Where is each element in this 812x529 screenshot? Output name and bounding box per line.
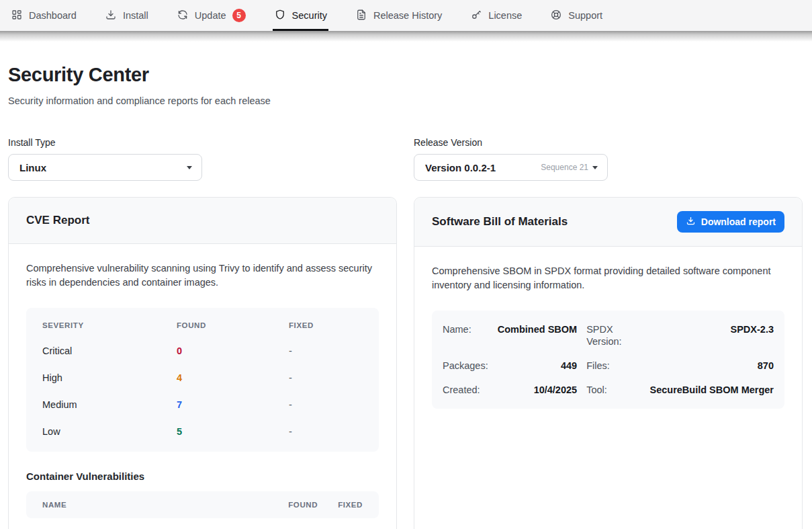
sbom-detail-value: 10/4/2025 [498, 378, 577, 402]
nav-label: Support [568, 10, 602, 21]
column-header-fixed: Fixed [289, 321, 363, 329]
nav-item-license[interactable]: License [470, 0, 522, 31]
severity-label: Medium [42, 399, 177, 410]
sbom-detail-label: Name: [443, 317, 488, 354]
found-count: 7 [177, 399, 289, 410]
found-count: 4 [177, 372, 289, 383]
install-type-select[interactable]: Linux [8, 154, 202, 181]
column-header-name: Name [42, 501, 288, 509]
nav-item-update[interactable]: Update 5 [177, 0, 246, 31]
refresh-icon [177, 9, 189, 23]
table-row-medium: Medium 7 - [26, 391, 379, 418]
cve-report-card: CVE Report Comprehensive vulnerability s… [8, 197, 397, 529]
sbom-detail-value: 870 [649, 354, 774, 378]
key-icon [470, 9, 482, 23]
lifebuoy-icon [550, 9, 562, 23]
sbom-detail-label: SPDX Version: [586, 317, 640, 354]
nav-item-release-history[interactable]: Release History [355, 0, 442, 31]
cve-report-description: Comprehensive vulnerability scanning usi… [26, 261, 375, 290]
column-header-severity: Severity [42, 321, 177, 329]
sbom-header: Software Bill of Materials Download repo… [414, 198, 802, 247]
chevron-down-icon [187, 166, 192, 169]
found-count: 5 [177, 426, 289, 437]
sbom-detail-value: SecureBuild SBOM Merger [649, 378, 774, 402]
severity-label: Low [42, 426, 177, 437]
severity-label: High [42, 372, 177, 383]
fixed-count: - [289, 372, 363, 383]
scroll-shadow-divider [0, 31, 812, 42]
sbom-detail-label: Created: [443, 378, 488, 402]
sbom-detail-label: Files: [586, 354, 640, 378]
download-icon [686, 216, 696, 228]
nav-label: Security [292, 10, 327, 21]
release-version-filter: Release Version Version 0.0.2-1 Sequence… [414, 137, 803, 181]
container-vulnerabilities-header: Name Found Fixed [26, 491, 379, 518]
table-row-critical: Critical 0 - [26, 337, 379, 364]
main-content: Security Center Security information and… [0, 64, 812, 529]
download-report-label: Download report [701, 216, 776, 227]
shield-icon [274, 9, 286, 23]
severity-table: Severity Found Fixed Critical 0 - High 4… [26, 308, 379, 452]
release-sequence: Sequence 21 [541, 163, 588, 172]
cve-report-title: CVE Report [26, 214, 89, 227]
table-row-low: Low 5 - [26, 418, 379, 445]
dashboard-grid-icon [11, 9, 23, 23]
fixed-count: - [289, 399, 363, 410]
sbom-description: Comprehensive SBOM in SPDX format provid… [432, 264, 781, 293]
update-count-badge: 5 [232, 9, 246, 22]
download-report-button[interactable]: Download report [677, 211, 784, 233]
install-type-filter: Install Type Linux [8, 137, 397, 181]
top-nav: Dashboard Install Update 5 Security Rele… [0, 0, 812, 31]
install-type-value: Linux [19, 162, 187, 173]
sbom-detail-label: Packages: [443, 354, 488, 378]
severity-table-header: Severity Found Fixed [26, 313, 379, 337]
page-subtitle: Security information and compliance repo… [8, 95, 803, 106]
sbom-title: Software Bill of Materials [432, 215, 568, 229]
severity-label: Critical [42, 345, 177, 356]
sbom-detail-label: Tool: [586, 378, 640, 402]
sbom-card: Software Bill of Materials Download repo… [414, 197, 803, 529]
table-row-high: High 4 - [26, 364, 379, 391]
install-type-label: Install Type [8, 137, 397, 148]
sbom-detail-value: Combined SBOM [498, 317, 577, 354]
document-icon [355, 9, 367, 23]
nav-label: Release History [373, 10, 442, 21]
cve-report-header: CVE Report [9, 198, 396, 244]
nav-item-security[interactable]: Security [274, 0, 327, 31]
release-version-label: Release Version [414, 137, 803, 148]
fixed-count: - [289, 345, 363, 356]
release-version-select[interactable]: Version 0.0.2-1 Sequence 21 [414, 154, 608, 181]
filters-row: Install Type Linux Release Version Versi… [8, 137, 803, 181]
container-vulnerabilities-title: Container Vulnerabilities [26, 471, 379, 482]
fixed-count: - [289, 426, 363, 437]
nav-item-dashboard[interactable]: Dashboard [11, 0, 77, 31]
nav-label: Install [123, 10, 148, 21]
sbom-detail-value: SPDX-2.3 [649, 317, 774, 354]
nav-item-support[interactable]: Support [550, 0, 602, 31]
column-header-fixed: Fixed [338, 501, 363, 509]
download-icon [105, 9, 117, 23]
nav-label: Update [195, 10, 226, 21]
release-version-value: Version 0.0.2-1 [425, 162, 541, 173]
sbom-details: Name: Combined SBOM SPDX Version: SPDX-2… [432, 311, 784, 409]
column-header-found: Found [288, 501, 318, 509]
chevron-down-icon [592, 166, 598, 169]
nav-label: License [488, 10, 522, 21]
column-header-found: Found [177, 321, 289, 329]
nav-label: Dashboard [29, 10, 77, 21]
sbom-detail-value: 449 [498, 354, 577, 378]
page-title: Security Center [8, 64, 803, 86]
nav-item-install[interactable]: Install [105, 0, 148, 31]
cards-grid: CVE Report Comprehensive vulnerability s… [8, 197, 803, 529]
found-count: 0 [177, 345, 289, 356]
